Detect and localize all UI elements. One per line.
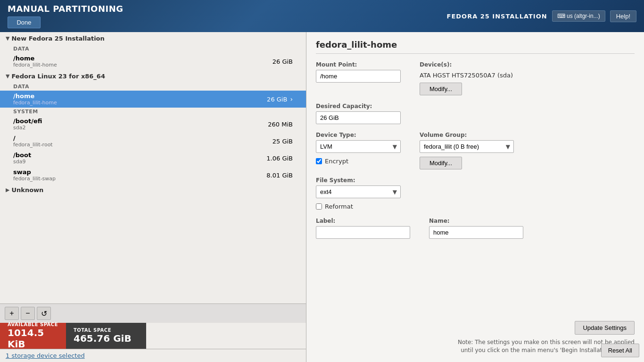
partition-item-root[interactable]: / fedora_lilit-root 25 GiB [0, 133, 306, 150]
reset-all-button[interactable]: Reset All [601, 344, 639, 357]
encrypt-label: Encrypt [325, 158, 348, 165]
label-input[interactable] [316, 226, 410, 239]
update-settings-button[interactable]: Update Settings [575, 321, 635, 335]
group-fedora23[interactable]: ▼ Fedora Linux 23 for x86_64 [0, 70, 306, 83]
label-field-label: Label: [316, 218, 410, 224]
device-type-group: Device Type: LVM Standard Partition RAID… [316, 132, 401, 169]
partition-subtitle: fedora_lilit-home [13, 62, 57, 68]
expand-arrow-new-fedora: ▼ [6, 35, 9, 42]
device-type-label: Device Type: [316, 132, 401, 138]
partition-name-boot-efi: /boot/efi [13, 118, 42, 125]
device-type-select[interactable]: LVM Standard Partition RAID Btrfs LVM Th… [316, 140, 401, 153]
category-label-system: SYSTEM [0, 108, 306, 116]
header-right: FEDORA 25 INSTALLATION ⌨ us (altgr-in...… [447, 10, 636, 22]
left-panel: ▼ New Fedora 25 Installation DATA /home … [0, 32, 306, 362]
file-system-group: File System: ext4 ext3 ext2 xfs swap vfa… [316, 177, 401, 210]
partition-info-boot-efi: /boot/efi sda2 [13, 118, 42, 131]
partition-subtitle-swap: fedora_lilit-swap [13, 176, 56, 182]
header-left: MANUAL PARTITIONING Done [8, 4, 124, 28]
available-space-value: 1014.5 KiB [8, 327, 58, 350]
desired-capacity-label: Desired Capacity: [316, 103, 401, 109]
reformat-checkbox[interactable] [316, 203, 322, 210]
group-new-fedora[interactable]: ▼ New Fedora 25 Installation [0, 32, 306, 45]
total-space: TOTAL SPACE 465.76 GiB [66, 323, 146, 349]
right-bottom: Update Settings Note: The settings you m… [316, 321, 635, 354]
partition-name-boot: /boot [13, 152, 31, 159]
mount-point-input[interactable] [316, 70, 401, 83]
file-system-label: File System: [316, 177, 401, 184]
reformat-row: Reformat [316, 203, 401, 210]
volume-group-label: Volume Group: [420, 132, 514, 138]
total-space-label: TOTAL SPACE [74, 328, 139, 333]
category-label-data-1: DATA [0, 45, 306, 53]
partition-name-root: / [13, 135, 53, 142]
devices-group: Device(s): ATA HGST HTS725050A7 (sda) Mo… [420, 61, 513, 95]
group-label-fedora23: Fedora Linux 23 for x86_64 [11, 73, 105, 80]
partition-subtitle-boot-efi: sda2 [13, 125, 42, 131]
file-system-select[interactable]: ext4 ext3 ext2 xfs swap vfat btrfs [316, 185, 401, 198]
device-type-select-wrapper: LVM Standard Partition RAID Btrfs LVM Th… [316, 140, 401, 153]
volume-group-group: Volume Group: fedora_lilit (0 B free) ▼ … [420, 132, 514, 169]
devices-value: ATA HGST HTS725050A7 (sda) [420, 72, 513, 79]
fedora-installation-title: FEDORA 25 INSTALLATION [447, 13, 547, 20]
keyboard-button[interactable]: ⌨ us (altgr-in...) [552, 10, 605, 22]
main-content: ▼ New Fedora 25 Installation DATA /home … [0, 32, 644, 362]
partition-size-boot-efi: 260 MiB [268, 121, 293, 128]
partition-name: /home [13, 55, 57, 62]
partition-size-arrow-row: 26 GiB › [267, 95, 293, 103]
form-row-4: File System: ext4 ext3 ext2 xfs swap vfa… [316, 177, 635, 210]
partition-list: ▼ New Fedora 25 Installation DATA /home … [0, 32, 306, 303]
devices-label: Device(s): [420, 61, 513, 68]
fs-select-wrapper: ext4 ext3 ext2 xfs swap vfat btrfs ▼ [316, 185, 401, 198]
partition-info: /home fedora_lilit-home [13, 55, 57, 68]
header: MANUAL PARTITIONING Done FEDORA 25 INSTA… [0, 0, 644, 32]
available-space: AVAILABLE SPACE 1014.5 KiB [0, 323, 66, 349]
total-space-value: 465.76 GiB [74, 333, 139, 344]
partition-size-swap: 8.01 GiB [266, 172, 293, 179]
partition-size-boot: 1.06 GiB [266, 155, 293, 162]
partition-subtitle-boot: sda9 [13, 159, 31, 165]
modify-device-button[interactable]: Modify... [420, 83, 462, 95]
form-row-5: Label: Name: [316, 218, 635, 239]
partition-size-root: 25 GiB [272, 138, 293, 145]
group-label-unknown: Unknown [11, 186, 43, 194]
expand-arrow-unknown: ▶ [6, 187, 9, 193]
partition-detail-title: fedora_lilit-home [316, 40, 635, 54]
available-space-label: AVAILABLE SPACE [8, 322, 58, 327]
done-button[interactable]: Done [8, 17, 41, 28]
desired-capacity-group: Desired Capacity: [316, 103, 401, 124]
storage-bar: 1 storage device selected [0, 349, 306, 362]
partition-item-boot-efi[interactable]: /boot/efi sda2 260 MiB [0, 116, 306, 133]
partition-size: 26 GiB [272, 58, 293, 65]
encrypt-checkbox[interactable] [316, 158, 322, 164]
remove-partition-button[interactable]: − [21, 307, 35, 320]
partition-info-boot: /boot sda9 [13, 152, 31, 165]
name-field-label: Name: [429, 218, 523, 224]
add-partition-button[interactable]: + [5, 307, 19, 320]
storage-device-link[interactable]: 1 storage device selected [6, 352, 85, 359]
group-label-new-fedora: New Fedora 25 Installation [11, 35, 104, 42]
group-unknown[interactable]: ▶ Unknown [0, 184, 306, 196]
right-panel: fedora_lilit-home Mount Point: Device(s)… [306, 32, 644, 362]
expand-arrow-fedora23: ▼ [6, 73, 9, 79]
category-label-data-2: DATA [0, 83, 306, 91]
partition-info-selected: /home fedora_lilit-home [13, 93, 57, 106]
desired-capacity-input[interactable] [316, 111, 401, 124]
partition-item-boot[interactable]: /boot sda9 1.06 GiB [0, 150, 306, 167]
name-input[interactable] [429, 226, 523, 239]
page-title: MANUAL PARTITIONING [8, 4, 124, 14]
modify-vg-button[interactable]: Modify... [420, 157, 462, 169]
partition-subtitle-root: fedora_lilit-root [13, 142, 53, 148]
volume-group-select[interactable]: fedora_lilit (0 B free) [420, 140, 514, 153]
partition-chevron-right-icon: › [290, 95, 293, 103]
partition-item-swap[interactable]: swap fedora_lilit-swap 8.01 GiB [0, 167, 306, 184]
help-button[interactable]: Help! [610, 10, 636, 22]
refresh-button[interactable]: ↺ [37, 307, 51, 320]
partition-subtitle-selected: fedora_lilit-home [13, 100, 57, 106]
reformat-label: Reformat [325, 203, 353, 210]
encrypt-row: Encrypt [316, 158, 401, 165]
partition-item-home-1[interactable]: /home fedora_lilit-home 26 GiB [0, 53, 306, 70]
name-group: Name: [429, 218, 523, 239]
form-row-1: Mount Point: Device(s): ATA HGST HTS7250… [316, 61, 635, 95]
partition-item-home-selected[interactable]: /home fedora_lilit-home 26 GiB › [0, 91, 306, 108]
